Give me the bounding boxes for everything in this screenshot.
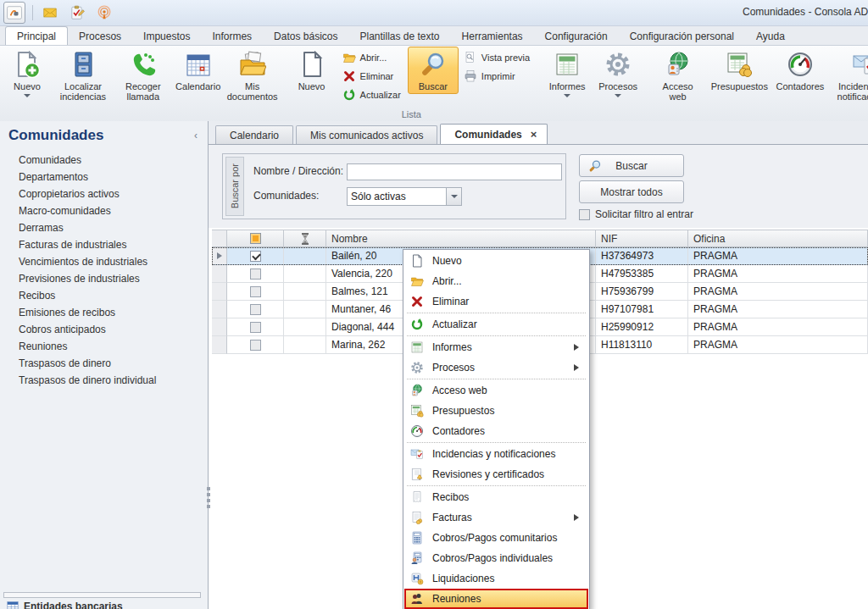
sidebar-footer-item[interactable]: Entidades bancarias bbox=[7, 601, 123, 609]
ribbon-button-contadores[interactable]: Contadores bbox=[772, 47, 829, 94]
table-header-checkbox-cell[interactable] bbox=[227, 230, 284, 247]
ribbon-button-buscar[interactable]: Buscar bbox=[408, 47, 459, 94]
row-checkbox[interactable] bbox=[250, 304, 261, 315]
ribbon-button-imprimir[interactable]: Imprimir bbox=[460, 68, 535, 84]
ribbon-button-localizar-incidencias[interactable]: Localizar incidencias bbox=[53, 47, 114, 104]
ribbon-button-abrir-[interactable]: Abrir... bbox=[339, 49, 406, 65]
context-menu-item-facturas[interactable]: Facturas bbox=[404, 507, 588, 528]
ribbon-button-presupuestos[interactable]: Presupuestos bbox=[707, 47, 771, 94]
ribbon-button-incidencias-y-notificaciones[interactable]: Incidencias y notificaciones bbox=[833, 47, 868, 104]
search-button[interactable]: Buscar bbox=[579, 154, 684, 177]
button-label: Actualizar bbox=[360, 90, 401, 100]
chevron-down-icon[interactable] bbox=[446, 188, 461, 205]
communities-select[interactable]: Sólo activas bbox=[347, 187, 462, 206]
row-checkbox-cell[interactable] bbox=[227, 283, 284, 301]
table-header-row: NombreNIFOficina bbox=[212, 230, 868, 247]
context-menu-item-cobros-pagos-comunitarios[interactable]: Cobros/Pagos comunitarios bbox=[404, 528, 588, 548]
context-menu-item-abrir-[interactable]: Abrir... bbox=[404, 271, 588, 291]
ribbon-tab-procesos[interactable]: Procesos bbox=[68, 27, 132, 45]
show-all-button[interactable]: Mostrar todos bbox=[579, 180, 684, 203]
qat-app-button[interactable] bbox=[3, 2, 25, 24]
select-all-checkbox[interactable] bbox=[250, 233, 261, 244]
chevron-down-icon bbox=[615, 94, 621, 101]
ribbon-button-actualizar[interactable]: Actualizar bbox=[339, 86, 406, 102]
ribbon-button-mis-documentos[interactable]: Mis documentos bbox=[224, 47, 281, 104]
row-checkbox[interactable] bbox=[250, 251, 261, 262]
context-menu-item-revisiones-y-certificados[interactable]: Revisiones y certificados bbox=[404, 464, 588, 484]
sidebar-item-copropietarios-activos[interactable]: Copropietarios activos bbox=[0, 185, 208, 202]
column-header-nif[interactable]: NIF bbox=[596, 230, 688, 247]
ribbon-button-vista-previa[interactable]: Vista previa bbox=[460, 49, 535, 65]
context-menu-item-procesos[interactable]: Procesos bbox=[404, 357, 588, 378]
context-menu-item-eliminar[interactable]: Eliminar bbox=[404, 291, 588, 312]
ribbon-tab-ayuda[interactable]: Ayuda bbox=[745, 27, 796, 45]
ribbon-tab-configuraci-n-personal[interactable]: Configuración personal bbox=[619, 27, 745, 45]
sidebar-item-recibos[interactable]: Recibos bbox=[0, 287, 208, 304]
row-checkbox-cell[interactable] bbox=[227, 318, 284, 336]
ribbon-button-eliminar[interactable]: Eliminar bbox=[339, 68, 406, 84]
row-checkbox-cell[interactable] bbox=[227, 301, 284, 318]
context-menu-item-informes[interactable]: Informes bbox=[404, 337, 588, 357]
context-menu-item-contadores[interactable]: Contadores bbox=[404, 421, 588, 441]
sidebar-item-cobros-anticipados[interactable]: Cobros anticipados bbox=[0, 321, 208, 338]
ribbon-button-calendario[interactable]: Calendario bbox=[173, 47, 224, 94]
ribbon-button-acceso-web[interactable]: Acceso web bbox=[648, 47, 707, 104]
column-header-nombre[interactable]: Nombre bbox=[326, 230, 596, 247]
doc-tab-mis-comunicados-activos[interactable]: Mis comunicados activos bbox=[296, 125, 437, 144]
ribbon-tab-configuraci-n[interactable]: Configuración bbox=[534, 27, 619, 45]
column-header-oficina[interactable]: Oficina bbox=[688, 230, 868, 247]
ribbon-button-informes[interactable]: Informes bbox=[542, 47, 593, 103]
request-filter-checkbox[interactable] bbox=[579, 209, 590, 220]
row-checkbox[interactable] bbox=[250, 286, 261, 297]
row-checkbox-cell[interactable] bbox=[227, 336, 284, 354]
qat-mail-button[interactable] bbox=[40, 3, 60, 23]
sidebar-item-previsiones-de-industriales[interactable]: Previsiones de industriales bbox=[0, 270, 208, 287]
ribbon-tab-impuestos[interactable]: Impuestos bbox=[132, 27, 201, 45]
button-label: Presupuestos bbox=[711, 81, 768, 91]
row-checkbox[interactable] bbox=[250, 340, 261, 351]
sidebar-item-macro-comunidades[interactable]: Macro-comunidades bbox=[0, 202, 208, 219]
row-checkbox[interactable] bbox=[250, 269, 261, 280]
context-menu-item-nuevo[interactable]: Nuevo bbox=[404, 251, 588, 271]
row-checkbox-cell[interactable] bbox=[227, 265, 284, 283]
sidebar-item-traspasos-de-dinero-individual[interactable]: Traspasos de dinero individual bbox=[0, 372, 208, 389]
button-label: Nuevo bbox=[298, 81, 326, 91]
ribbon-tab-datos-b-sicos[interactable]: Datos básicos bbox=[263, 27, 348, 45]
sidebar-collapse-icon[interactable]: ‹ bbox=[194, 130, 198, 141]
doc-tab-comunidades[interactable]: Comunidades× bbox=[440, 124, 548, 144]
sidebar-item-vencimientos-de-industriales[interactable]: Vencimientos de industriales bbox=[0, 253, 208, 270]
ribbon-button-procesos[interactable]: Procesos bbox=[593, 47, 643, 103]
ribbon-tab-informes[interactable]: Informes bbox=[201, 27, 263, 45]
sidebar-item-facturas-de-industriales[interactable]: Facturas de industriales bbox=[0, 236, 208, 253]
context-menu-item-incidencias-y-notificaciones[interactable]: Incidencias y notificaciones bbox=[404, 444, 588, 464]
ribbon-tab-plantillas-de-texto[interactable]: Plantillas de texto bbox=[348, 27, 450, 45]
context-menu-item-recibos[interactable]: Recibos bbox=[404, 487, 588, 507]
sidebar-item-derramas[interactable]: Derramas bbox=[0, 219, 208, 236]
row-checkbox-cell[interactable] bbox=[227, 247, 284, 265]
close-icon[interactable]: × bbox=[531, 130, 537, 139]
qat-clipboard-button[interactable] bbox=[67, 3, 87, 23]
sidebar-item-emisiones-de-recibos[interactable]: Emisiones de recibos bbox=[0, 304, 208, 321]
sidebar-item-traspasos-de-dinero[interactable]: Traspasos de dinero bbox=[0, 355, 208, 372]
doc-tab-calendario[interactable]: Calendario bbox=[215, 125, 293, 144]
context-menu-item-actualizar[interactable]: Actualizar bbox=[404, 314, 588, 335]
ribbon-tab-herramientas[interactable]: Herramientas bbox=[451, 27, 534, 45]
sidebar-splitter[interactable] bbox=[207, 487, 210, 508]
sidebar-item-reuniones[interactable]: Reuniones bbox=[0, 338, 208, 355]
context-menu-item-reuniones[interactable]: Reuniones bbox=[404, 589, 588, 609]
context-menu-item-liquidaciones[interactable]: Liquidaciones bbox=[404, 568, 588, 589]
name-address-input[interactable] bbox=[347, 163, 562, 180]
ribbon-button-nuevo[interactable]: Nuevo bbox=[287, 47, 337, 94]
context-menu-item-acceso-web[interactable]: Acceso web bbox=[404, 380, 588, 401]
sidebar-item-comunidades[interactable]: Comunidades bbox=[0, 152, 208, 169]
context-menu-item-cobros-pagos-individuales[interactable]: Cobros/Pagos individuales bbox=[404, 548, 588, 568]
row-checkbox[interactable] bbox=[250, 322, 261, 333]
ribbon-button-nuevo[interactable]: Nuevo bbox=[2, 47, 53, 103]
table-header-hourglass-cell[interactable] bbox=[284, 230, 326, 247]
qat-radio-button[interactable] bbox=[94, 3, 114, 23]
sidebar-item-departamentos[interactable]: Departamentos bbox=[0, 169, 208, 185]
ribbon-tab-principal[interactable]: Principal bbox=[5, 26, 68, 45]
revision-icon bbox=[410, 468, 424, 481]
ribbon-button-recoger-llamada[interactable]: Recoger llamada bbox=[114, 47, 173, 104]
context-menu-item-presupuestos[interactable]: Presupuestos bbox=[404, 401, 588, 421]
